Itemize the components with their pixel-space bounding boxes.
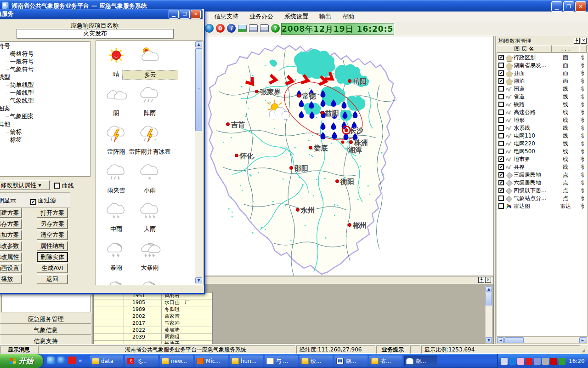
weather-symbol-小雨-icon[interactable] xyxy=(139,161,161,181)
weather-symbol-雨夹雪-icon[interactable]: * xyxy=(105,161,127,181)
weather-symbol-list[interactable]: 晴多云阴阵雨雷阵雨雷阵雨并有冰雹*雨夹雪小雨中雨大雨暴雨大暴雨 ▲ ≡ ▼ xyxy=(96,40,204,285)
layer-checkbox[interactable] xyxy=(498,86,504,92)
print-icon[interactable] xyxy=(249,24,258,32)
menu-item-业务办公[interactable]: 业务办公 xyxy=(244,12,279,22)
layer-checkbox[interactable] xyxy=(498,149,504,154)
dialog-button-打开方案[interactable]: 打开方案 xyxy=(37,208,68,218)
weather-symbol-阴-icon[interactable] xyxy=(105,84,127,104)
layer-checkbox[interactable] xyxy=(498,196,504,201)
weather-symbol-暴雨-icon[interactable] xyxy=(105,239,127,258)
menu-item-帮助[interactable]: 帮助 xyxy=(337,12,360,22)
scroll-down-icon[interactable]: ▼ xyxy=(195,277,202,283)
dialog-button-属性结构[interactable]: 属性结构 xyxy=(37,241,68,251)
image-icon[interactable] xyxy=(238,25,247,32)
globe-icon[interactable] xyxy=(205,24,214,33)
table-row[interactable]: 2017马家冲 xyxy=(94,320,212,327)
horizontal-scrollbar[interactable]: ◄ ► xyxy=(497,337,587,344)
switcher-icon[interactable] xyxy=(509,358,516,365)
layer-checkbox[interactable] xyxy=(498,94,504,99)
minimize-button[interactable]: ▁ xyxy=(169,10,179,19)
dialog-button-另存方案[interactable]: 另存方案 xyxy=(37,219,68,229)
taskbar-button-hun...[interactable]: hun... xyxy=(230,356,263,367)
layer-checkbox[interactable]: ✔ xyxy=(498,164,504,170)
taskbar-button-new...[interactable]: new... xyxy=(160,356,193,367)
layer-checkbox[interactable] xyxy=(498,109,504,115)
tree-node-一般线型[interactable]: ┄一般线型 xyxy=(0,89,90,97)
taskbar-button-湖...[interactable]: W湖... xyxy=(334,356,368,367)
layer-checkbox[interactable]: ✔ xyxy=(498,172,504,178)
layer-checkbox[interactable]: ✔ xyxy=(498,70,504,76)
modify-default-attr-dropdown[interactable]: 修改默认属性 ▾ xyxy=(0,180,50,190)
scroll-up-icon[interactable]: ▲ xyxy=(195,41,202,47)
taskbar-button-与 ...[interactable]: 与 ... xyxy=(265,356,298,367)
close-button[interactable]: ✕ xyxy=(191,10,201,19)
layer-checkbox[interactable]: ✔ xyxy=(498,188,504,193)
red-app-icon[interactable] xyxy=(68,356,76,364)
checkbox-icon[interactable] xyxy=(54,183,60,189)
ie-icon[interactable] xyxy=(57,356,65,364)
dialog-button-清空方案[interactable]: 清空方案 xyxy=(37,230,68,240)
dialog-button-播放[interactable]: 播放 xyxy=(0,274,22,284)
nav-bar-气象信息[interactable]: 气象信息 xyxy=(0,325,91,335)
dialog-titlebar[interactable]: 应急服务 ▁ ❐ ✕ xyxy=(0,9,203,19)
qq-icon[interactable] xyxy=(517,358,524,365)
tree-node-图案[interactable]: 图案 xyxy=(0,104,90,112)
messenger-icon[interactable] xyxy=(47,356,55,364)
tree-node-气象图案[interactable]: ┄气象图案 xyxy=(0,112,90,120)
weather-symbol-中雨-icon[interactable] xyxy=(105,200,127,219)
pin-icon[interactable]: ╄ xyxy=(478,277,484,283)
vertical-scrollbar[interactable]: ▲ ▼ xyxy=(485,286,492,344)
dialog-button-修改参数[interactable]: 修改参数 xyxy=(0,241,22,251)
minimize-button[interactable]: ▁ xyxy=(551,1,562,12)
display-icon[interactable] xyxy=(534,358,541,365)
taskbar-button-设...[interactable]: 设... xyxy=(300,356,333,367)
scroll-up-icon[interactable]: ▲ xyxy=(486,286,492,292)
print-preview-icon[interactable] xyxy=(260,24,269,32)
business-tip-tab[interactable]: 业务提示 xyxy=(376,345,409,354)
scroll-thumb[interactable] xyxy=(486,293,492,305)
layer-checkbox[interactable] xyxy=(498,141,504,146)
info-icon[interactable]: i xyxy=(227,24,236,33)
table-row[interactable]: 1985水口山一厂 xyxy=(94,299,212,306)
layer-checkbox[interactable] xyxy=(498,102,504,107)
dialog-button-新建方案[interactable]: 新建方案 xyxy=(0,208,22,218)
menu-item-信息支持[interactable]: 信息支持 xyxy=(209,12,244,22)
map-canvas[interactable]: 张家界岳阳常德益阳长沙株洲湘潭娄底吉首怀化邵阳衡阳永州郴州 xyxy=(204,36,494,276)
tree-node-其他[interactable]: 其他 xyxy=(0,120,90,128)
menu-item-输出[interactable]: 输出 xyxy=(314,12,337,22)
curve-checkbox[interactable]: 曲线 xyxy=(54,182,74,190)
weather-symbol-大暴雨-icon[interactable] xyxy=(139,239,161,258)
tree-node-线型[interactable]: 线型 xyxy=(0,73,90,81)
overflow-chevron-icon[interactable]: » xyxy=(79,357,82,363)
weather-symbol-雷阵雨并有冰雹-icon[interactable] xyxy=(139,123,161,142)
layer-checkbox[interactable] xyxy=(498,117,504,123)
scroll-thumb[interactable]: ≡ xyxy=(195,48,202,131)
dialog-button-保存方案[interactable]: 保存方案 xyxy=(0,219,22,229)
symbol-category-tree[interactable]: 符号┄栅格符号┄一般符号┄气象符号线型┄简单线型┄一般线型┄气象线型图案┄气象图… xyxy=(0,41,90,177)
column-header-extra[interactable] xyxy=(579,45,587,52)
project-name-input[interactable]: 火灾发布 xyxy=(17,29,174,39)
column-header-layer-name[interactable]: 图 层 名 xyxy=(497,45,552,52)
menu-item-系统设置[interactable]: 系统设置 xyxy=(279,12,314,22)
vertical-scrollbar[interactable]: ▲ ≡ ▼ xyxy=(195,41,203,284)
taskbar-button-省...[interactable]: 省... xyxy=(369,356,402,367)
taskbar-button-data[interactable]: data xyxy=(90,356,123,367)
taskbar-button-飞...[interactable]: 飞飞... xyxy=(125,356,158,367)
weather-symbol-大雨-icon[interactable] xyxy=(139,200,161,219)
taskbar-button-湖...[interactable]: 湖... xyxy=(404,356,437,367)
weather-symbol-多云-icon[interactable] xyxy=(139,46,161,65)
weather-symbol-雷阵雨-icon[interactable] xyxy=(105,123,127,142)
layer-checkbox[interactable] xyxy=(498,203,504,209)
taskbar-button-Mic...[interactable]: Mic... xyxy=(195,356,228,367)
scroll-down-icon[interactable]: ▼ xyxy=(486,337,492,343)
restore-button[interactable]: ❐ xyxy=(180,10,190,19)
device-icon[interactable] xyxy=(542,358,549,365)
weather-symbol-晴-icon[interactable] xyxy=(105,46,127,65)
tree-node-一般符号[interactable]: ┄一般符号 xyxy=(0,58,90,65)
close-icon[interactable]: ✕ xyxy=(581,38,587,44)
tree-node-标签[interactable]: ┄标签 xyxy=(0,136,90,144)
keyboard-icon[interactable] xyxy=(501,358,508,365)
dialog-button-修改属性[interactable]: 修改属性 xyxy=(0,252,22,262)
layer-checkbox[interactable]: ✔ xyxy=(498,55,504,60)
tree-node-气象线型[interactable]: ┄气象线型 xyxy=(0,97,90,104)
